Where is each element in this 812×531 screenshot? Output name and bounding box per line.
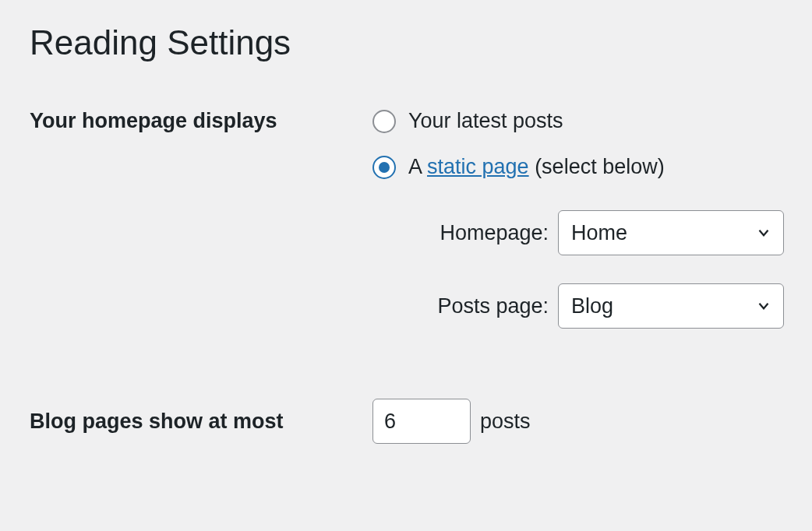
radio-latest-posts-label: Your latest posts (408, 109, 563, 133)
radio-latest-posts[interactable] (372, 110, 396, 133)
static-suffix: (select below) (529, 155, 665, 178)
chevron-down-icon (755, 297, 772, 315)
static-page-link[interactable]: static page (427, 155, 529, 178)
homepage-select-label: Homepage: (401, 221, 549, 245)
homepage-select[interactable]: Home (558, 210, 784, 255)
postspage-select[interactable]: Blog (558, 283, 784, 329)
homepage-option-static[interactable]: A static page (select below) (372, 155, 784, 179)
posts-suffix-label: posts (480, 410, 531, 434)
homepage-option-latest[interactable]: Your latest posts (372, 109, 784, 133)
blog-pages-row: Blog pages show at most posts (30, 399, 782, 444)
posts-per-page-input[interactable] (372, 399, 471, 444)
static-page-subfields: Homepage: Home Posts page: Blog (372, 210, 784, 329)
homepage-select-row: Homepage: Home (401, 210, 784, 255)
static-prefix: A (408, 155, 427, 178)
postspage-select-row: Posts page: Blog (401, 283, 784, 329)
homepage-displays-label: Your homepage displays (30, 109, 372, 133)
blog-pages-label: Blog pages show at most (30, 399, 372, 434)
homepage-select-value: Home (571, 221, 627, 245)
chevron-down-icon (755, 224, 772, 241)
postspage-select-value: Blog (571, 294, 613, 318)
radio-static-page[interactable] (372, 156, 396, 179)
page-title: Reading Settings (30, 23, 782, 62)
radio-static-page-label: A static page (select below) (408, 155, 665, 179)
postspage-select-label: Posts page: (401, 294, 549, 318)
reading-settings-form: Your homepage displays Your latest posts… (30, 109, 782, 444)
homepage-displays-row: Your homepage displays Your latest posts… (30, 109, 782, 329)
